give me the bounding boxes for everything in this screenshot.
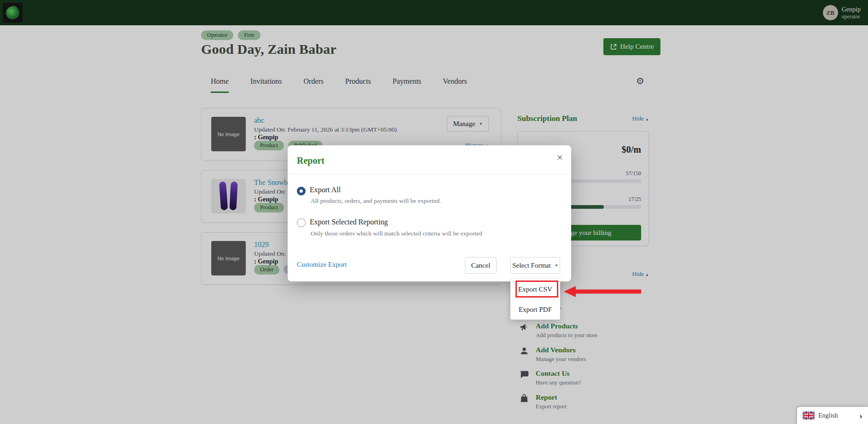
- export-selected-radio[interactable]: [297, 218, 306, 227]
- export-all-label[interactable]: Export All: [310, 186, 341, 194]
- select-format-label: Select Format: [512, 262, 551, 269]
- menu-item-export-csv[interactable]: Export CSV: [510, 279, 560, 299]
- uk-flag-icon: [803, 412, 815, 419]
- screen: ZB Genpip operator Operator Free Good Da…: [0, 0, 868, 424]
- export-selected-label[interactable]: Export Selected Reporting: [310, 218, 388, 226]
- export-all-radio[interactable]: [297, 187, 306, 195]
- cancel-button[interactable]: Cancel: [465, 257, 497, 274]
- report-modal: Report × Export All All products, orders…: [288, 145, 571, 281]
- chevron-right-icon: ›: [859, 411, 862, 420]
- chevron-down-icon: ▼: [555, 264, 558, 268]
- close-icon[interactable]: ×: [556, 152, 563, 163]
- customize-export-link[interactable]: Customize Export: [297, 261, 347, 269]
- modal-title: Report: [297, 155, 324, 166]
- export-selected-desc: Only those orders which will match selec…: [311, 230, 482, 237]
- language-selector[interactable]: English ›: [797, 407, 868, 424]
- language-label: English: [818, 412, 859, 419]
- divider: [288, 174, 571, 174]
- format-dropdown-menu: Export CSV Export PDF: [510, 279, 560, 320]
- select-format-button[interactable]: Select Format ▼: [510, 257, 560, 274]
- menu-item-export-pdf[interactable]: Export PDF: [510, 299, 560, 320]
- export-all-desc: All products, orders, and payments will …: [311, 197, 441, 205]
